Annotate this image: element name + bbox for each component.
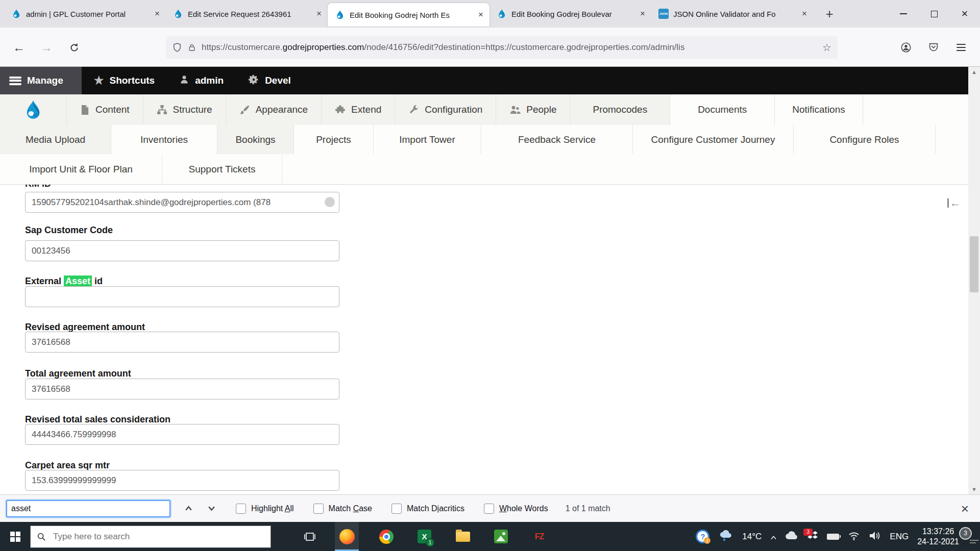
- menu-item-support-tickets[interactable]: Support Tickets: [162, 154, 282, 184]
- toolbar-item-admin-user[interactable]: admin: [167, 67, 236, 94]
- dropbox-icon[interactable]: 3: [807, 531, 818, 543]
- menu-item-extend[interactable]: Extend: [322, 94, 395, 125]
- forward-button[interactable]: →: [37, 38, 56, 57]
- whole-words-checkbox[interactable]: [484, 504, 494, 514]
- toolbar-item-devel[interactable]: Devel: [236, 67, 303, 94]
- match-diacritics-checkbox[interactable]: [391, 504, 402, 514]
- close-window-button[interactable]: ×: [949, 0, 980, 28]
- minimize-button[interactable]: [888, 0, 919, 28]
- menu-item-projects[interactable]: Projects: [294, 125, 374, 154]
- tracking-shield-icon[interactable]: [172, 42, 182, 53]
- tab-edit-booking-boulevard[interactable]: Edit Booking Godrej Boulevar ×: [489, 0, 651, 28]
- tab-close-icon[interactable]: ×: [476, 10, 489, 20]
- tab-close-icon[interactable]: ×: [800, 9, 813, 19]
- drupal-favicon-icon: [173, 9, 183, 19]
- sap-customer-code-input[interactable]: [25, 240, 339, 261]
- match-case-option[interactable]: Match Case: [313, 504, 372, 514]
- menu-item-inventories[interactable]: Inventories: [111, 125, 217, 154]
- highlight-all-option[interactable]: Highlight All: [236, 504, 294, 514]
- tab-gpl-customer-portal[interactable]: admin | GPL Customer Portal ×: [4, 0, 166, 28]
- menu-item-configure-customer-journey[interactable]: Configure Customer Journey: [633, 125, 794, 154]
- admin-menu-row-3: Import Unit & Floor Plan Support Tickets: [0, 154, 980, 184]
- menu-item-configure-roles[interactable]: Configure Roles: [794, 125, 936, 154]
- app-menu-button[interactable]: [952, 40, 970, 55]
- revised-agreement-amount-input[interactable]: [25, 332, 339, 353]
- find-close-button[interactable]: ×: [961, 502, 969, 515]
- scrollbar-thumb[interactable]: [970, 236, 978, 292]
- start-button[interactable]: [0, 522, 30, 551]
- taskbar-chrome-button[interactable]: [374, 522, 398, 551]
- weather-icon[interactable]: [718, 529, 733, 544]
- toolbar-item-shortcuts[interactable]: ★ Shortcuts: [82, 67, 167, 94]
- back-button[interactable]: ←: [9, 38, 29, 57]
- onedrive-icon[interactable]: [785, 531, 798, 542]
- menu-item-appearance[interactable]: Appearance: [226, 94, 322, 125]
- pocket-icon[interactable]: [925, 40, 942, 55]
- speaker-icon[interactable]: [869, 531, 881, 543]
- network-icon[interactable]: [848, 531, 860, 543]
- menu-item-feedback-service[interactable]: Feedback Service: [481, 125, 633, 154]
- page-scrollbar[interactable]: ▲ ▼: [968, 67, 980, 494]
- toolbar-item-manage[interactable]: Manage: [0, 67, 82, 94]
- tab-json-validator[interactable]: JSON JSON Online Validator and Fo ×: [651, 0, 813, 28]
- menu-item-notifications[interactable]: Notifications: [775, 94, 863, 125]
- clock-time: 13:37:26: [922, 527, 954, 536]
- account-icon[interactable]: [897, 40, 915, 55]
- find-input[interactable]: [6, 500, 170, 517]
- menu-item-bookings[interactable]: Bookings: [217, 125, 294, 154]
- reload-button[interactable]: [64, 38, 84, 57]
- tab-edit-booking-north-active[interactable]: Edit Booking Godrej North Es ×: [328, 3, 489, 27]
- bookmark-star-icon[interactable]: ☆: [822, 41, 831, 54]
- taskbar-filezilla-button[interactable]: FZ: [527, 522, 551, 551]
- menu-item-structure[interactable]: Structure: [143, 94, 226, 125]
- scroll-up-icon[interactable]: ▲: [968, 69, 980, 75]
- get-help-icon[interactable]: ?: [696, 530, 709, 543]
- highlight-all-checkbox[interactable]: [236, 504, 246, 514]
- menu-item-import-unit-floor-plan[interactable]: Import Unit & Floor Plan: [0, 154, 162, 184]
- match-diacritics-option[interactable]: Match Diacritics: [391, 504, 464, 514]
- carpet-area-sqr-mtr-input[interactable]: [25, 470, 339, 491]
- menu-item-import-tower[interactable]: Import Tower: [374, 125, 481, 154]
- taskbar-search-box[interactable]: [30, 525, 271, 548]
- language-indicator[interactable]: ENG: [890, 532, 909, 542]
- tab-close-icon[interactable]: ×: [638, 9, 651, 19]
- tab-edit-service-request[interactable]: Edit Service Request 2643961 ×: [166, 0, 328, 28]
- task-view-button[interactable]: [298, 522, 322, 551]
- whole-words-option[interactable]: Whole Words: [484, 504, 548, 514]
- file-icon: [80, 105, 90, 115]
- taskbar-firefox-button[interactable]: [335, 522, 359, 551]
- menu-item-documents[interactable]: Documents: [670, 94, 775, 125]
- url-bar[interactable]: https://customercare.godrejproperties.co…: [166, 36, 838, 59]
- weather-temp[interactable]: 14°C: [742, 532, 762, 542]
- menu-item-people[interactable]: People: [496, 94, 570, 125]
- revised-total-sales-consideration-input[interactable]: [25, 424, 339, 445]
- tab-close-icon[interactable]: ×: [314, 9, 328, 19]
- new-tab-button[interactable]: +: [819, 6, 840, 22]
- lock-icon[interactable]: [187, 42, 197, 53]
- taskbar-green-image-app-button[interactable]: [489, 522, 513, 551]
- taskbar-clock[interactable]: 13:37:26 24-12-2021: [917, 527, 959, 547]
- scroll-down-icon[interactable]: ▼: [968, 486, 980, 492]
- collapse-menu-button[interactable]: ←: [947, 197, 961, 209]
- external-asset-id-input[interactable]: [25, 286, 339, 307]
- menu-item-promocodes[interactable]: Promocodes: [570, 94, 670, 125]
- restore-button[interactable]: [919, 0, 949, 28]
- match-case-checkbox[interactable]: [313, 504, 324, 514]
- tab-close-icon[interactable]: ×: [153, 9, 166, 19]
- km-id-input[interactable]: [25, 192, 339, 213]
- taskbar-search-input[interactable]: [52, 531, 264, 542]
- find-next-button[interactable]: [207, 504, 216, 513]
- find-previous-button[interactable]: [184, 504, 193, 513]
- taskbar-excel-button[interactable]: X 1: [412, 522, 436, 551]
- taskbar-file-explorer-button[interactable]: [451, 522, 475, 551]
- battery-icon[interactable]: [827, 534, 839, 540]
- tray-expand-icon[interactable]: [770, 534, 776, 540]
- total-agreement-amount-input[interactable]: [25, 379, 339, 399]
- wrench-icon: [408, 105, 419, 115]
- menu-item-configuration[interactable]: Configuration: [395, 94, 496, 125]
- system-tray: ? 14°C 3 ENG 13:37:26 24-12-2021 3: [696, 527, 980, 547]
- drupal-logo[interactable]: [0, 94, 67, 125]
- label-part: External: [25, 276, 64, 286]
- menu-item-media-upload[interactable]: Media Upload: [0, 125, 111, 154]
- menu-item-content[interactable]: Content: [67, 94, 143, 125]
